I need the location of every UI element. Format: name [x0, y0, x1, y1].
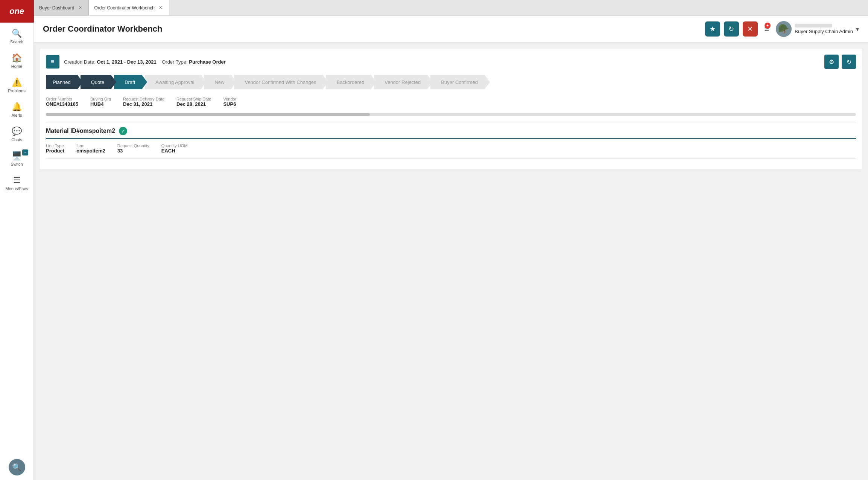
ship-date-value: Dec 28, 2021 — [176, 101, 211, 107]
material-title: Material ID#omspoitem2 — [46, 128, 115, 134]
line-type-value: Product — [46, 148, 64, 154]
sidebar-item-chats[interactable]: 💬 Chats — [0, 122, 33, 146]
alerts-icon: 🔔 — [12, 102, 22, 112]
line-type-label: Line Type — [46, 143, 64, 148]
step-backordered[interactable]: Backordered — [326, 75, 371, 89]
sidebar-label-problems: Problems — [8, 88, 25, 93]
filter-actions: ⚙ ↻ — [824, 55, 856, 69]
sidebar-label-alerts: Alerts — [11, 113, 22, 117]
filter-settings-icon: ⚙ — [829, 58, 834, 66]
sidebar-item-problems[interactable]: ⚠️ Problems — [0, 73, 33, 98]
sidebar-label-menus: Menus/Favs — [6, 186, 28, 191]
item-value: omspoitem2 — [76, 148, 105, 154]
step-new-label: New — [214, 79, 224, 85]
sidebar-bottom: 🔍 — [0, 454, 33, 480]
tab-bar: Buyer Dashboard ✕ Order Coordinator Work… — [34, 0, 868, 16]
step-awaiting-approval[interactable]: Awaiting Approval — [145, 75, 201, 89]
tab-order-coordinator[interactable]: Order Coordinator Workbench ✕ — [89, 0, 169, 15]
vendor-label: Vendor — [223, 97, 236, 101]
refresh-button[interactable]: ↻ — [724, 21, 739, 37]
step-draft[interactable]: Draft — [114, 75, 142, 89]
sidebar-avatar[interactable]: 🔍 — [0, 454, 33, 480]
avatar-circle: 🔍 — [9, 459, 25, 475]
order-field-buying-org: Buying Org HUB4 — [90, 97, 111, 107]
close-button[interactable]: ✕ — [743, 21, 758, 37]
sidebar-label-search: Search — [10, 40, 23, 44]
order-field-delivery-date: Request Delivery Date Dec 31, 2021 — [123, 97, 164, 107]
line-items: Line Type Product Item omspoitem2 Reques… — [46, 143, 856, 154]
scroll-thumb — [46, 113, 370, 116]
sidebar-item-alerts[interactable]: 🔔 Alerts — [0, 98, 33, 122]
sidebar-label-switch: Switch — [11, 162, 23, 166]
order-details: Order Number ONE#1343165 Buying Org HUB4… — [46, 95, 856, 108]
step-planned-label: Planned — [53, 79, 71, 85]
user-dropdown-arrow[interactable]: ▾ — [856, 26, 859, 33]
tab-order-coordinator-label: Order Coordinator Workbench — [94, 5, 155, 11]
order-type-label: Order Type: — [162, 59, 187, 65]
sidebar-item-search[interactable]: 🔍 Search — [0, 24, 33, 49]
step-vendor-rejected[interactable]: Vendor Rejected — [374, 75, 427, 89]
notification-badge: ✦ — [765, 23, 771, 29]
tab-buyer-dashboard-close[interactable]: ✕ — [77, 5, 83, 11]
logo-text: one — [9, 6, 24, 16]
order-field-vendor: Vendor SUP6 — [223, 97, 236, 107]
step-buyer-confirmed[interactable]: Buyer Confirmed — [430, 75, 485, 89]
filter-refresh-button[interactable]: ↻ — [842, 55, 856, 69]
step-draft-label: Draft — [125, 79, 135, 85]
material-header: Material ID#omspoitem2 ✓ — [46, 127, 856, 139]
line-field-quantity: Request Quantity 33 — [117, 143, 149, 154]
user-profile[interactable]: 🪖 Buyer Supply Chain Admin ▾ — [776, 21, 859, 37]
filter-list-button[interactable]: ≡ — [46, 55, 59, 69]
line-field-uom: Quantity UOM EACH — [161, 143, 188, 154]
creation-date-value: Oct 1, 2021 - Dec 13, 2021 — [97, 59, 156, 65]
delivery-date-label: Request Delivery Date — [123, 97, 164, 101]
app-logo[interactable]: one — [0, 0, 34, 23]
material-id-value: omspoitem2 — [80, 128, 115, 134]
step-planned[interactable]: Planned — [46, 75, 78, 89]
menus-icon: ☰ — [13, 175, 21, 185]
sidebar-item-menus[interactable]: ☰ Menus/Favs — [0, 171, 33, 195]
user-info: Buyer Supply Chain Admin — [795, 24, 853, 34]
sidebar-label-home: Home — [11, 64, 22, 69]
user-name-blurred — [795, 24, 832, 27]
sidebar-item-switch[interactable]: 🖥️ ≡ Switch — [0, 146, 33, 171]
checkmark-icon: ✓ — [121, 128, 125, 134]
warning-icon: ⚠️ — [12, 78, 22, 87]
request-qty-label: Request Quantity — [117, 143, 149, 148]
filter-text: Creation Date: Oct 1, 2021 - Dec 13, 202… — [64, 59, 226, 65]
order-field-number: Order Number ONE#1343165 — [46, 97, 78, 107]
order-type-value: Purchase Order — [189, 59, 226, 65]
sidebar-item-home[interactable]: 🏠 Home — [0, 49, 33, 73]
request-qty-value: 33 — [117, 148, 149, 154]
star-button[interactable]: ★ — [705, 21, 720, 37]
line-field-item: Item omspoitem2 — [76, 143, 105, 154]
step-new[interactable]: New — [204, 75, 231, 89]
main-area: Buyer Dashboard ✕ Order Coordinator Work… — [34, 0, 868, 480]
workbench-card: ≡ Creation Date: Oct 1, 2021 - Dec 13, 2… — [40, 49, 862, 169]
tab-buyer-dashboard-label: Buyer Dashboard — [39, 5, 74, 11]
avatar-icon: 🔍 — [12, 463, 21, 472]
workbench-content: ≡ Creation Date: Oct 1, 2021 - Dec 13, 2… — [34, 43, 868, 480]
step-quote[interactable]: Quote — [81, 75, 111, 89]
home-icon: 🏠 — [12, 53, 22, 63]
step-awaiting-label: Awaiting Approval — [155, 79, 194, 85]
vendor-value: SUP6 — [223, 101, 236, 107]
order-number-label: Order Number — [46, 97, 78, 101]
tab-order-coordinator-close[interactable]: ✕ — [158, 5, 164, 11]
divider-bottom — [46, 158, 856, 158]
order-field-ship-date: Request Ship Date Dec 28, 2021 — [176, 97, 211, 107]
notification-area[interactable]: ≡ ✦ — [765, 24, 769, 34]
sidebar: one 🔍 Search 🏠 Home ⚠️ Problems 🔔 Alerts… — [0, 0, 34, 480]
filter-list-icon: ≡ — [51, 58, 54, 65]
filter-settings-button[interactable]: ⚙ — [824, 55, 839, 69]
step-buyer-confirmed-label: Buyer Confirmed — [441, 79, 478, 85]
step-backordered-label: Backordered — [336, 79, 364, 85]
header-actions: ★ ↻ ✕ ≡ ✦ 🪖 Buyer Supply Chain Admin ▾ — [705, 21, 859, 37]
filter-refresh-icon: ↻ — [847, 58, 851, 66]
step-vendor-confirmed[interactable]: Vendor Confirmed With Changes — [234, 75, 323, 89]
user-role: Buyer Supply Chain Admin — [795, 29, 853, 34]
scroll-track — [46, 113, 856, 116]
divider-top — [46, 122, 856, 122]
tab-buyer-dashboard[interactable]: Buyer Dashboard ✕ — [34, 0, 89, 15]
step-quote-label: Quote — [91, 79, 104, 85]
